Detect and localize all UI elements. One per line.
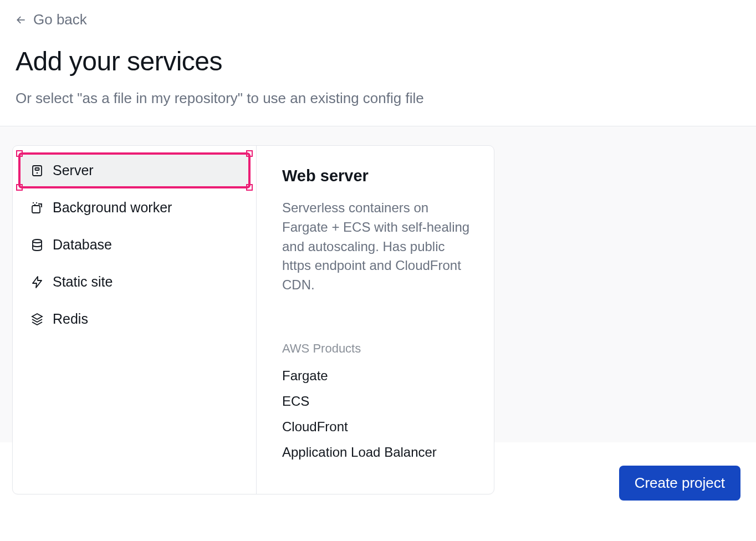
detail-title: Web server xyxy=(282,167,472,185)
service-item-label: Static site xyxy=(53,274,113,290)
aws-product-item: Application Load Balancer xyxy=(282,445,472,460)
svg-marker-9 xyxy=(32,314,42,319)
aws-product-item: Fargate xyxy=(282,368,472,384)
service-item-database[interactable]: Database xyxy=(19,228,249,262)
aws-product-item: ECS xyxy=(282,394,472,409)
lightning-icon xyxy=(30,275,44,289)
go-back-label: Go back xyxy=(33,11,87,28)
service-item-label: Background worker xyxy=(53,200,172,216)
arrow-left-icon xyxy=(16,14,27,25)
server-icon xyxy=(30,164,44,177)
svg-rect-1 xyxy=(33,166,42,176)
service-item-redis[interactable]: Redis xyxy=(19,302,249,336)
database-icon xyxy=(30,238,44,252)
layers-icon xyxy=(30,313,44,326)
go-back-link[interactable]: Go back xyxy=(16,11,87,28)
create-project-button[interactable]: Create project xyxy=(619,466,740,501)
page-header: Go back Add your services Or select "as … xyxy=(0,0,756,126)
service-item-label: Database xyxy=(53,237,112,253)
aws-products-label: AWS Products xyxy=(282,341,472,356)
service-item-background-worker[interactable]: Background worker xyxy=(19,191,249,224)
worker-icon xyxy=(30,201,44,215)
service-item-label: Redis xyxy=(53,311,88,327)
detail-description: Serverless containers on Fargate + ECS w… xyxy=(282,198,472,295)
footer-actions: Create project xyxy=(619,466,740,501)
svg-rect-4 xyxy=(32,206,40,213)
service-item-static-site[interactable]: Static site xyxy=(19,265,249,299)
service-item-server[interactable]: Server xyxy=(19,154,249,187)
services-sidebar: Server Background worker Database xyxy=(13,146,257,494)
service-item-label: Server xyxy=(53,162,94,178)
page-subtitle: Or select "as a file in my repository" t… xyxy=(16,90,740,107)
svg-marker-8 xyxy=(33,277,42,288)
service-detail-pane: Web server Serverless containers on Farg… xyxy=(257,146,494,494)
aws-product-item: CloudFront xyxy=(282,419,472,435)
page-title: Add your services xyxy=(16,46,740,76)
svg-rect-2 xyxy=(35,168,39,170)
svg-point-7 xyxy=(33,239,42,243)
services-panel: Server Background worker Database xyxy=(12,145,494,494)
content-area: Server Background worker Database xyxy=(0,126,756,442)
